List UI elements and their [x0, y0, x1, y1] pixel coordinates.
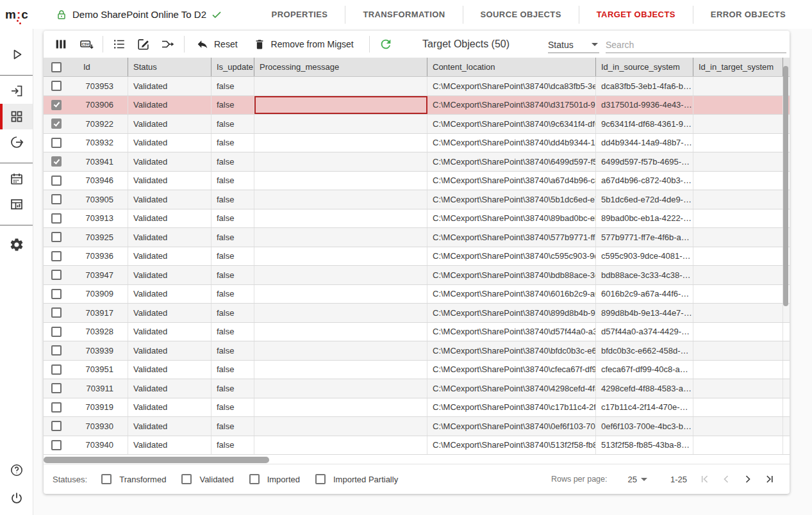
export-icon	[9, 135, 24, 150]
last-page-button[interactable]	[761, 471, 778, 487]
table-row[interactable]: 703911ValidatedfalseC:\MCexport\SharePoi…	[44, 379, 790, 398]
search-input[interactable]	[606, 37, 786, 53]
horizontal-scrollbar[interactable]	[44, 457, 269, 463]
table-row[interactable]: 703941ValidatedfalseC:\MCexport\SharePoi…	[44, 152, 790, 172]
sidebar-item-scheduler[interactable]	[0, 166, 33, 192]
tab-transformation[interactable]: TRANSFORMATION	[345, 10, 462, 19]
next-page-button[interactable]	[740, 471, 756, 487]
row-checkbox[interactable]	[51, 345, 62, 356]
column-header-is-update[interactable]: Is_update	[211, 58, 254, 76]
row-checkbox[interactable]	[51, 100, 62, 110]
column-header-content-location[interactable]: Content_location	[427, 58, 596, 76]
table-row[interactable]: 703940ValidatedfalseC:\MCexport\SharePoi…	[44, 436, 790, 455]
table-row[interactable]: 703947ValidatedfalseC:\MCexport\SharePoi…	[44, 266, 790, 285]
tab-error-objects[interactable]: ERROR OBJECTS	[693, 10, 803, 19]
table-row[interactable]: 703905ValidatedfalseC:\MCexport\SharePoi…	[44, 190, 790, 209]
row-checkbox[interactable]	[51, 194, 62, 204]
table-row[interactable]: 703925ValidatedfalseC:\MCexport\SharePoi…	[44, 228, 790, 247]
statuses-label: Statuses:	[53, 475, 87, 484]
table-row[interactable]: 703936ValidatedfalseC:\MCexport\SharePoi…	[44, 247, 790, 266]
column-selector-button[interactable]	[50, 33, 72, 55]
table-row[interactable]: 703951ValidatedfalseC:\MCexport\SharePoi…	[44, 361, 790, 380]
move-to-migset-button[interactable]	[157, 33, 179, 55]
cell-is-update: false	[211, 209, 254, 228]
column-header-status[interactable]: Status	[128, 58, 211, 76]
status-checkbox-imported[interactable]	[249, 474, 260, 484]
row-checkbox[interactable]	[51, 156, 62, 167]
row-checkbox[interactable]	[51, 138, 62, 148]
tab-properties[interactable]: PROPERTIES	[254, 10, 345, 19]
row-checkbox[interactable]	[51, 213, 62, 224]
column-header-processing-message[interactable]: Processing_message	[254, 58, 427, 76]
column-header-id-in-target-system[interactable]: Id_in_target_system	[693, 58, 783, 76]
check-icon	[53, 101, 60, 108]
column-header-id-in-source-system[interactable]: Id_in_source_system	[596, 58, 693, 76]
sidebar-item-export[interactable]	[0, 129, 33, 155]
row-checkbox[interactable]	[51, 402, 62, 413]
status-filter-select[interactable]: Status	[548, 37, 599, 53]
sidebar-item-reports[interactable]	[0, 192, 33, 217]
select-all-checkbox[interactable]	[51, 62, 62, 72]
row-checkbox[interactable]	[51, 364, 62, 375]
status-checkbox-validated[interactable]	[181, 474, 192, 484]
table-row[interactable]: 703909ValidatedfalseC:\MCexport\SharePoi…	[44, 285, 790, 304]
cell-id: 703932	[70, 134, 128, 152]
refresh-button[interactable]	[375, 33, 397, 55]
cell-id-in-source-system: a67d4b96-c872-40b3-…	[596, 172, 693, 190]
table-row[interactable]: 703919ValidatedfalseC:\MCexport\SharePoi…	[44, 398, 790, 418]
table-row[interactable]: 703930ValidatedfalseC:\MCexport\SharePoi…	[44, 417, 790, 436]
row-checkbox[interactable]	[51, 440, 62, 450]
table-row[interactable]: 703922ValidatedfalseC:\MCexport\SharePoi…	[44, 115, 790, 134]
row-checkbox[interactable]	[51, 251, 62, 261]
report-icon	[9, 197, 24, 212]
sidebar-item-import[interactable]	[0, 78, 33, 104]
export-csv-button[interactable]: CSV	[76, 33, 97, 55]
row-checkbox[interactable]	[51, 81, 62, 91]
rows-per-page-select[interactable]: 25	[628, 475, 649, 484]
sidebar-item-migsets[interactable]	[0, 104, 33, 129]
table-row[interactable]: 703939ValidatedfalseC:\MCexport\SharePoi…	[44, 341, 790, 361]
edit-objects-button[interactable]	[133, 33, 154, 55]
app-logo[interactable]: m:c	[0, 0, 33, 29]
sidebar-item-settings[interactable]	[0, 232, 33, 258]
vertical-scrollbar[interactable]	[783, 66, 788, 306]
cell-id-in-source-system: 899d8b4b-9e13-44e7-…	[596, 304, 693, 322]
row-checkbox[interactable]	[51, 289, 62, 299]
tab-source-objects[interactable]: SOURCE OBJECTS	[463, 10, 579, 19]
status-checkbox-transformed[interactable]	[101, 474, 112, 484]
table-row[interactable]: 703906ValidatedfalseC:\MCexport\SharePoi…	[44, 96, 790, 115]
table-row[interactable]: 703928ValidatedfalseC:\MCexport\SharePoi…	[44, 323, 790, 342]
status-option-label: Imported	[267, 475, 300, 484]
row-checkbox[interactable]	[51, 421, 62, 431]
column-header-id[interactable]: Id	[70, 58, 128, 76]
sidebar-item-help[interactable]	[0, 457, 33, 483]
cell-content-location: C:\MCexport\SharePoint\38740\0ef6f103-70…	[427, 417, 596, 436]
table-row[interactable]: 703932ValidatedfalseC:\MCexport\SharePoi…	[44, 134, 790, 153]
table-row[interactable]: 703953ValidatedfalseC:\MCexport\SharePoi…	[44, 77, 790, 96]
cell-content-location: C:\MCexport\SharePoint\38740\6016b2c9-a6…	[427, 285, 596, 304]
row-checkbox[interactable]	[51, 327, 62, 337]
panel-title: Target Objects (50)	[422, 31, 510, 58]
status-checkbox-imported-partially[interactable]	[315, 474, 326, 484]
table-row[interactable]: 703917ValidatedfalseC:\MCexport\SharePoi…	[44, 304, 790, 323]
logo-c: c	[21, 8, 28, 21]
remove-from-migset-button[interactable]: Remove from Migset	[247, 33, 360, 55]
row-checkbox[interactable]	[51, 307, 62, 318]
view-list-button[interactable]	[108, 33, 130, 55]
tab-target-objects[interactable]: TARGET OBJECTS	[579, 10, 693, 19]
logo-m: m	[5, 8, 16, 21]
sidebar-item-run[interactable]	[0, 42, 33, 67]
sidebar-item-logout[interactable]	[0, 486, 33, 511]
reset-button[interactable]: Reset	[190, 33, 244, 55]
row-checkbox[interactable]	[51, 232, 62, 242]
row-checkbox[interactable]	[51, 383, 62, 393]
row-checkbox[interactable]	[51, 270, 62, 280]
table-row[interactable]: 703913ValidatedfalseC:\MCexport\SharePoi…	[44, 209, 790, 229]
chevron-down-icon	[592, 43, 598, 46]
row-checkbox[interactable]	[51, 119, 62, 129]
row-checkbox[interactable]	[51, 176, 62, 186]
previous-page-button[interactable]	[718, 471, 734, 487]
cell-id-in-target-system	[693, 209, 783, 228]
table-row[interactable]: 703946ValidatedfalseC:\MCexport\SharePoi…	[44, 172, 790, 191]
first-page-button[interactable]	[696, 471, 713, 487]
